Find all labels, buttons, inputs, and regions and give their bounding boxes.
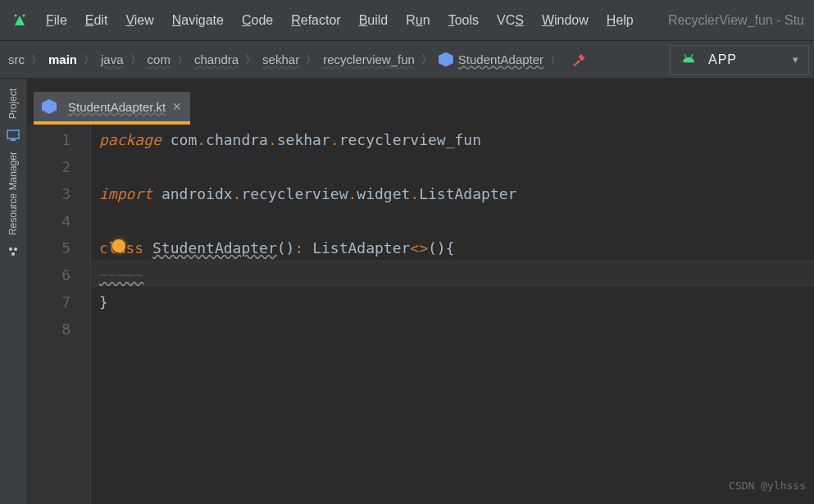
- crumb-recyclerviewfun[interactable]: recyclerview_fun: [320, 52, 418, 66]
- line-number: 8: [27, 316, 70, 343]
- crumb-sekhar[interactable]: sekhar: [259, 52, 302, 66]
- line-number: 4: [27, 207, 70, 234]
- close-tab-icon[interactable]: ✕: [172, 100, 182, 113]
- code-editor[interactable]: package com.chandra.sekhar.recyclerview_…: [91, 125, 814, 504]
- menu-window[interactable]: Window: [542, 13, 589, 28]
- menu-items: File Edit View Navigate Code Refactor Bu…: [46, 13, 634, 28]
- kotlin-file-icon: [42, 99, 57, 114]
- editor-tabs: StudentAdapter.kt ✕: [27, 79, 814, 125]
- chevron-down-icon: ▾: [793, 53, 798, 66]
- menu-bar: File Edit View Navigate Code Refactor Bu…: [0, 0, 814, 41]
- svg-point-0: [15, 14, 17, 16]
- left-toolbar: Project Resource Manager: [0, 79, 27, 504]
- crumb-com[interactable]: com: [144, 52, 174, 66]
- menu-file[interactable]: File: [46, 13, 67, 28]
- menu-help[interactable]: Help: [607, 13, 634, 28]
- run-configuration-selector[interactable]: APP ▾: [670, 45, 809, 75]
- menu-vcs[interactable]: VCS: [497, 13, 524, 28]
- menu-tools[interactable]: Tools: [448, 13, 479, 28]
- svg-rect-6: [11, 139, 16, 141]
- menu-run[interactable]: Run: [406, 13, 430, 28]
- crumb-java[interactable]: java: [98, 52, 127, 66]
- window-title: RecyclerView_fun - Stu: [668, 13, 804, 28]
- chevron-right-icon: 〉: [421, 52, 432, 67]
- chevron-right-icon: 〉: [84, 52, 94, 67]
- monitor-icon[interactable]: [7, 129, 20, 142]
- line-number: 5: [27, 234, 70, 261]
- line-gutter: 1 2 3 4 5 6 7 8: [27, 125, 91, 504]
- chevron-right-icon: 〉: [306, 52, 316, 67]
- crumb-src[interactable]: src: [5, 52, 28, 66]
- menu-code[interactable]: Code: [242, 13, 273, 28]
- chevron-right-icon: 〉: [245, 52, 256, 67]
- crumb-main[interactable]: main: [45, 52, 80, 66]
- watermark-text: CSDN @ylhsss: [729, 472, 806, 499]
- crumb-studentadapter[interactable]: StudentAdapter: [435, 52, 547, 67]
- crumb-chandra[interactable]: chandra: [191, 52, 242, 66]
- resource-icon[interactable]: [7, 245, 20, 258]
- menu-view[interactable]: View: [125, 13, 153, 28]
- line-number: 6: [27, 261, 70, 288]
- sidebar-resource-manager[interactable]: Resource Manager: [7, 152, 19, 235]
- line-number: 1: [27, 126, 70, 153]
- tab-studentadapter[interactable]: StudentAdapter.kt ✕: [34, 92, 190, 125]
- menu-edit[interactable]: Edit: [85, 13, 108, 28]
- menu-refactor[interactable]: Refactor: [291, 13, 340, 28]
- menu-navigate[interactable]: Navigate: [172, 13, 224, 28]
- chevron-right-icon: 〉: [550, 52, 561, 67]
- svg-point-7: [9, 247, 12, 251]
- svg-rect-2: [578, 54, 584, 61]
- sidebar-project[interactable]: Project: [7, 89, 19, 119]
- build-hammer-icon[interactable]: [571, 52, 587, 68]
- android-studio-icon: [10, 11, 30, 30]
- run-config-label: APP: [708, 52, 737, 67]
- kotlin-class-icon: [439, 52, 453, 67]
- svg-point-1: [23, 14, 25, 16]
- chevron-right-icon: 〉: [31, 52, 42, 67]
- line-number: 2: [27, 153, 70, 180]
- intention-bulb-icon[interactable]: [112, 239, 125, 252]
- chevron-right-icon: 〉: [177, 52, 188, 67]
- android-icon: [680, 52, 697, 68]
- svg-rect-5: [7, 130, 19, 138]
- line-number: 3: [27, 180, 70, 207]
- svg-line-4: [691, 54, 693, 57]
- svg-point-8: [14, 247, 17, 251]
- tab-label: StudentAdapter.kt: [68, 100, 166, 114]
- line-number: 7: [27, 288, 70, 316]
- svg-point-9: [11, 252, 15, 256]
- chevron-right-icon: 〉: [130, 52, 141, 67]
- navigation-bar: src 〉 main 〉 java 〉 com 〉 chandra 〉 sekh…: [0, 41, 814, 79]
- svg-line-3: [684, 54, 686, 57]
- menu-build[interactable]: Build: [359, 13, 389, 28]
